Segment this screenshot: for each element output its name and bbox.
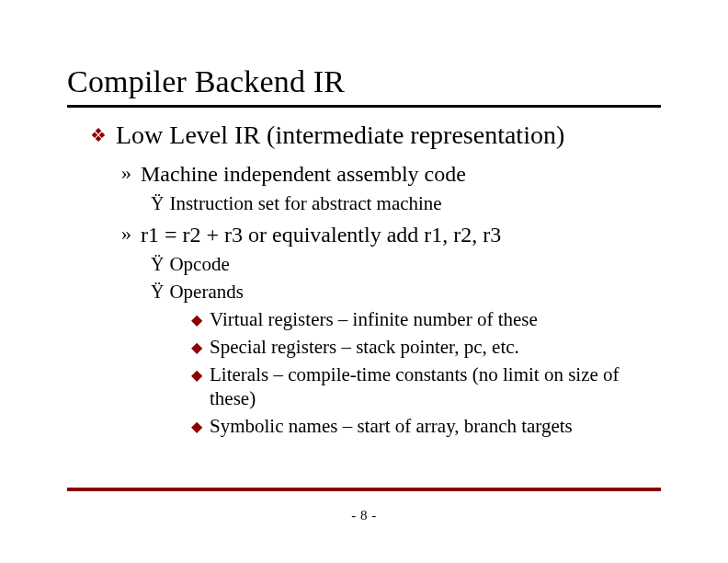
list-item-text: Opcode <box>169 252 229 276</box>
list-item: ◆ Special registers – stack pointer, pc,… <box>191 335 647 359</box>
list-item-text: Virtual registers – infinite number of t… <box>210 307 538 331</box>
solid-diamond-bullet-icon: ◆ <box>191 364 202 386</box>
list-item-text: Instruction set for abstract machine <box>169 191 441 215</box>
list-item: Ÿ Opcode <box>151 252 647 276</box>
list-item: Ÿ Operands <box>151 280 647 304</box>
list-item: » r1 = r2 + r3 or equivalently add r1, r… <box>121 221 647 248</box>
y-bullet-icon: Ÿ <box>151 280 164 304</box>
chevron-bullet-icon: » <box>121 160 131 186</box>
title-underline <box>67 105 661 108</box>
diamond-bullet-icon: ❖ <box>90 121 107 149</box>
content-block: ❖ Low Level IR (intermediate representat… <box>90 120 647 438</box>
solid-diamond-bullet-icon: ◆ <box>191 416 202 438</box>
y-bullet-icon: Ÿ <box>151 252 164 276</box>
slide-title: Compiler Backend IR <box>67 64 661 99</box>
list-item: » Machine independent assembly code <box>121 160 647 188</box>
title-block: Compiler Backend IR <box>67 64 661 108</box>
list-item: ◆ Virtual registers – infinite number of… <box>191 307 647 331</box>
list-item-text: r1 = r2 + r3 or equivalently add r1, r2,… <box>141 221 501 248</box>
slide: Compiler Backend IR ❖ Low Level IR (inte… <box>0 0 728 563</box>
list-item-text: Operands <box>169 280 243 304</box>
list-item-text: Machine independent assembly code <box>141 160 466 188</box>
footer-rule <box>67 488 661 491</box>
page-number: - 8 - <box>0 508 728 523</box>
list-item: ◆ Literals – compile-time constants (no … <box>191 362 647 410</box>
list-item: ❖ Low Level IR (intermediate representat… <box>90 120 647 151</box>
list-item-text: Special registers – stack pointer, pc, e… <box>210 335 519 359</box>
list-item-text: Low Level IR (intermediate representatio… <box>116 120 564 151</box>
y-bullet-icon: Ÿ <box>151 191 164 215</box>
chevron-bullet-icon: » <box>121 221 131 247</box>
list-item-text: Symbolic names – start of array, branch … <box>210 414 573 438</box>
solid-diamond-bullet-icon: ◆ <box>191 337 202 359</box>
list-item: ◆ Symbolic names – start of array, branc… <box>191 414 647 438</box>
list-item-text: Literals – compile-time constants (no li… <box>210 362 647 410</box>
list-item: Ÿ Instruction set for abstract machine <box>151 191 647 215</box>
solid-diamond-bullet-icon: ◆ <box>191 309 202 331</box>
